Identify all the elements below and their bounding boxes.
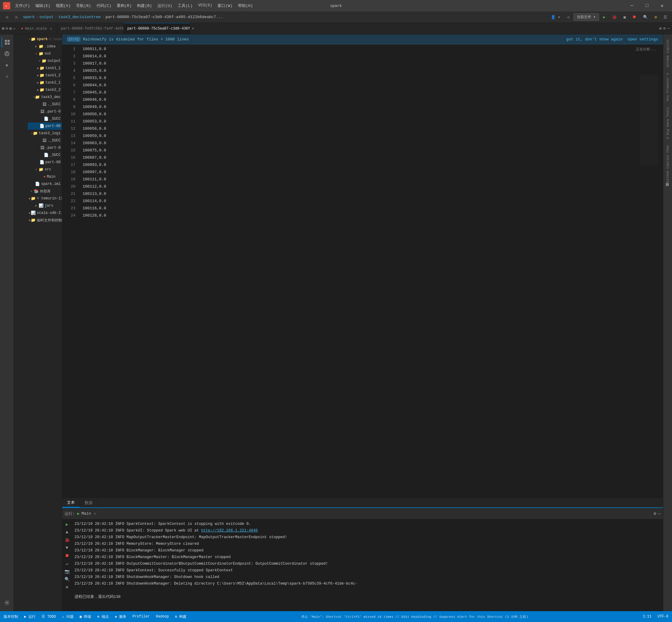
run-settings-icon[interactable]: ⚙ <box>653 511 656 516</box>
menu-run[interactable]: 运行(U) <box>155 2 175 10</box>
tab-split-button[interactable]: ⊡ <box>664 26 666 31</box>
menu-file[interactable]: 文件(F) <box>13 2 32 10</box>
menu-code[interactable]: 代码(C) <box>94 2 114 10</box>
tab-left-icon3[interactable]: ⚙ <box>9 26 12 31</box>
run-scroll-down[interactable]: ▼ <box>63 544 71 551</box>
coverage-button[interactable]: ▣ <box>621 13 628 21</box>
status-vcs[interactable]: 版本控制 <box>2 614 19 620</box>
back-icon-button[interactable]: ◁ <box>564 13 572 21</box>
tree-jars[interactable]: ▶ 📊 jars <box>28 202 62 209</box>
code-editor[interactable]: 12345 678910 1112131415 1617181920 21222… <box>62 44 663 498</box>
menu-button[interactable]: ☰ <box>661 13 670 21</box>
tree-task2-2[interactable]: ▶ 📁 task2_2 <box>28 86 62 94</box>
menu-vcs[interactable]: VCS(S) <box>196 2 215 10</box>
run-stop-button[interactable]: ⏹ <box>63 552 71 559</box>
run-filter-button[interactable]: 🔍 <box>63 576 71 583</box>
status-terminal[interactable]: ▣ 终端 <box>78 614 92 620</box>
play-button[interactable]: ▶ <box>601 13 608 21</box>
tab-left-icon4[interactable]: — <box>13 26 15 31</box>
right-panel-big-data[interactable]: D Big Data Tools <box>665 105 671 141</box>
run-wrap-button[interactable]: ↵ <box>63 560 71 567</box>
sidebar-icon-github-copilot[interactable]: ⊕ <box>1 60 12 71</box>
menu-navigate[interactable]: 导航(N) <box>74 2 93 10</box>
tree-temp[interactable]: ▶ 📁 临时文件和控制台 <box>28 216 62 224</box>
right-panel-key-promoter[interactable]: Key Promoter X <box>665 71 671 103</box>
stop-button[interactable]: ⏹ <box>630 13 639 21</box>
nav-back-button[interactable]: ◁ <box>2 13 11 22</box>
user-button[interactable]: 👤 ▾ <box>549 13 563 21</box>
breadcrumb-output[interactable]: output <box>39 15 54 19</box>
tab-main-scala[interactable]: ● main.scala ✕ <box>17 23 57 34</box>
rainbow-settings-button[interactable]: open settings <box>628 37 658 42</box>
tree-task3-dec[interactable]: ▾ 📁 task3_dec <box>28 94 62 101</box>
tree-idea[interactable]: ▶ 📁 .idea <box>28 43 62 50</box>
sidebar-icon-git[interactable] <box>1 48 12 59</box>
tree-main[interactable]: ● Main <box>28 173 62 180</box>
status-service[interactable]: ◈ 服务 <box>114 614 128 620</box>
status-todo[interactable]: ☰ TODO <box>40 614 57 620</box>
tab-hide-button[interactable]: ⊞ <box>659 26 662 31</box>
tree-ext-libs[interactable]: ▾ 📚 外部库 <box>28 187 62 195</box>
tree-logi-succ1[interactable]: 🖼 ._SUCC <box>28 137 62 144</box>
run-minimize-icon[interactable]: — <box>658 511 661 516</box>
status-endpoint[interactable]: ⊕ 端点 <box>96 614 110 620</box>
current-file-button[interactable]: 当前文件 ▾ <box>573 13 599 21</box>
sidebar-icon-project[interactable] <box>1 37 12 48</box>
tab-left-icon1[interactable]: ⊞ <box>2 26 4 31</box>
run-tab-close[interactable]: ✕ <box>94 512 96 516</box>
breadcrumb-spark[interactable]: spark <box>23 15 35 19</box>
code-content[interactable]: 100011,0.0 100014,0.0 100017,0.0 100025,… <box>78 44 659 498</box>
run-clear-button[interactable]: ⊗ <box>63 583 71 591</box>
menu-edit[interactable]: 编辑(E) <box>33 2 52 10</box>
tree-logi-part2[interactable]: 📄 part-00 <box>28 159 62 166</box>
right-panel-translate[interactable]: 翻译插件 <box>664 186 671 191</box>
sidebar-icon-remote[interactable]: ⎆ <box>1 71 12 82</box>
tree-task2-1[interactable]: ▶ 📁 task2_1 <box>28 79 62 86</box>
minimize-button[interactable]: — <box>625 1 639 10</box>
tree-scala-sdk[interactable]: ▶ 📊 scala-sdk-2.1 <box>28 209 62 216</box>
status-profiler[interactable]: Profiler <box>131 614 151 619</box>
tab-left-icon2[interactable]: ≡ <box>5 26 8 31</box>
nav-forward-button[interactable]: ▷ <box>13 13 21 22</box>
menu-tools[interactable]: 工具(L) <box>175 2 195 10</box>
breadcrumb-task3[interactable]: task3_decisiontree <box>58 15 100 19</box>
status-build[interactable]: ⚙ 构建 <box>174 614 188 620</box>
tab-csv-first[interactable]: part-00000-fe9fc562-fa4f-4e59-b27d-ccd8a… <box>57 23 123 34</box>
tree-logi-part1[interactable]: 🖼 .part-0 <box>28 144 62 151</box>
close-button[interactable]: ✕ <box>655 1 669 10</box>
tree-part-selected[interactable]: 📄 part-00 <box>28 123 62 130</box>
tree-output[interactable]: ▾ 📁 output <box>28 57 62 65</box>
status-encoding[interactable]: UTF-8 <box>656 614 670 619</box>
settings-button[interactable]: ⚙ <box>652 13 659 21</box>
debug-button[interactable]: 🐞 <box>609 13 619 21</box>
tab-overflow-button[interactable]: ▾ <box>190 23 196 34</box>
breadcrumb-file[interactable]: part-00000-75c5ea07-c3d0-436f-a405-d122b… <box>106 15 223 19</box>
status-problems[interactable]: ⚠ 问题 <box>61 614 74 620</box>
menu-view[interactable]: 视图(V) <box>54 2 73 10</box>
run-debug-button[interactable]: 🐞 <box>63 536 71 544</box>
search-button[interactable]: 🔍 <box>641 13 650 21</box>
tab-data[interactable]: 数据 <box>80 498 98 507</box>
status-hadoop[interactable]: Hadoop <box>155 614 170 619</box>
tree-succ2[interactable]: 📄 _SUCC <box>28 115 62 123</box>
tree-src[interactable]: ▾ 📁 src <box>28 166 62 173</box>
right-panel-copilot-chat[interactable]: GitHub Copilot Chat <box>665 142 671 185</box>
tree-part1[interactable]: 🖼 .part-0 <box>28 108 62 115</box>
spark-ui-link[interactable]: http://192.168.1.221:4040 <box>201 528 258 533</box>
status-run[interactable]: ▶ 运行 <box>23 614 37 620</box>
tab-csv-second[interactable]: part-00000-75c5ea07-c3d0-436f-a405-d122b… <box>123 23 190 34</box>
tree-succ1[interactable]: 🖼 ._SUCC <box>28 101 62 108</box>
menu-build[interactable]: 构建(B) <box>135 2 154 10</box>
tab-text[interactable]: 文本 <box>62 498 80 507</box>
scrollbar-vertical[interactable] <box>659 44 663 498</box>
run-restart-button[interactable]: ▶ <box>63 521 71 528</box>
tree-task3-logi[interactable]: ▾ 📁 task3_logi <box>28 130 62 137</box>
rainbow-dismiss-button[interactable]: got it, don't show again <box>566 37 623 42</box>
tree-spark-root[interactable]: ▾ 📁 spark C:\Users\ <box>28 36 62 43</box>
status-line-col[interactable]: 1:11 <box>641 614 653 619</box>
tree-out[interactable]: ▾ 📁 out <box>28 50 62 57</box>
tree-task1-2[interactable]: ▶ 📁 task1_2 <box>28 72 62 79</box>
tree-logi-succ2[interactable]: 📄 _SUCC <box>28 151 62 159</box>
right-panel-github-copilot[interactable]: GitHub Copilot <box>665 37 671 69</box>
run-camera-button[interactable]: 📷 <box>63 568 71 575</box>
